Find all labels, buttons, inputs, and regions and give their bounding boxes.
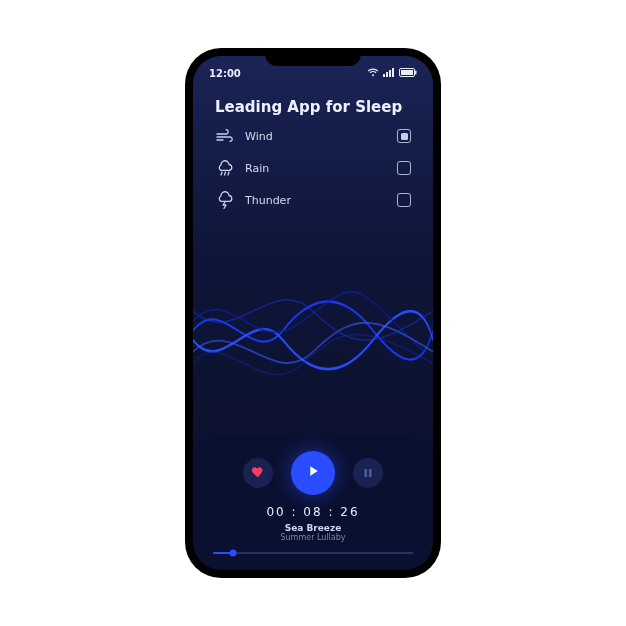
page-title: Leading App for Sleep <box>193 84 433 126</box>
svg-rect-3 <box>392 68 394 77</box>
sound-row-thunder[interactable]: Thunder <box>215 190 411 210</box>
phone-frame: 12:00 Leading App for Sleep <box>185 48 441 578</box>
rain-icon <box>215 158 235 178</box>
status-time: 12:00 <box>209 68 241 79</box>
svg-rect-1 <box>386 72 388 77</box>
svg-rect-5 <box>401 70 413 75</box>
signal-icon <box>383 68 395 79</box>
svg-rect-10 <box>365 469 368 477</box>
progress-bar[interactable] <box>213 552 413 554</box>
svg-rect-2 <box>389 70 391 77</box>
svg-line-9 <box>228 172 229 175</box>
svg-line-8 <box>225 172 226 175</box>
sound-label: Thunder <box>245 194 387 207</box>
sound-label: Rain <box>245 162 387 175</box>
play-icon <box>305 463 321 483</box>
svg-rect-0 <box>383 74 385 77</box>
pause-icon <box>362 464 374 483</box>
sound-row-wind[interactable]: Wind <box>215 126 411 146</box>
svg-line-7 <box>221 172 222 175</box>
sound-list: Wind Rain Thunder <box>193 126 433 210</box>
pause-button[interactable] <box>353 458 383 488</box>
wind-icon <box>215 126 235 146</box>
wifi-icon <box>367 68 379 79</box>
checkbox-thunder[interactable] <box>397 193 411 207</box>
sound-label: Wind <box>245 130 387 143</box>
battery-icon <box>399 68 417 79</box>
status-icons <box>367 68 417 79</box>
checkbox-wind[interactable] <box>397 129 411 143</box>
track-subtitle: Summer Lullaby <box>209 533 417 542</box>
svg-rect-6 <box>415 70 417 74</box>
sound-row-rain[interactable]: Rain <box>215 158 411 178</box>
track-title: Sea Breeze <box>209 523 417 533</box>
sound-wave-visual <box>193 224 433 437</box>
favorite-button[interactable] <box>243 458 273 488</box>
heart-icon <box>251 464 265 483</box>
player-panel: 00 : 08 : 26 Sea Breeze Summer Lullaby <box>193 437 433 570</box>
notch <box>265 48 361 66</box>
player-controls <box>209 451 417 495</box>
screen: 12:00 Leading App for Sleep <box>193 56 433 570</box>
svg-rect-11 <box>369 469 372 477</box>
play-button[interactable] <box>291 451 335 495</box>
thunder-icon <box>215 190 235 210</box>
progress-thumb[interactable] <box>230 550 237 557</box>
checkbox-rain[interactable] <box>397 161 411 175</box>
timer-display: 00 : 08 : 26 <box>209 505 417 519</box>
